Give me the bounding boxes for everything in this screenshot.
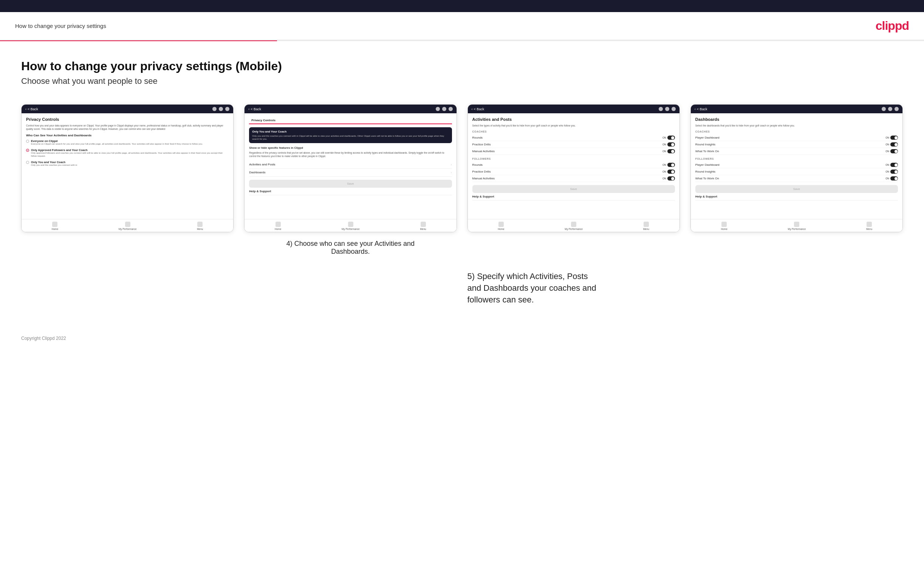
option-coach-only[interactable]: Only You and Your Coach Only you and the… (26, 161, 229, 167)
toggle-playerdash-coaches[interactable]: Player Dashboard ON (695, 134, 898, 141)
profile-icon-4[interactable] (888, 107, 892, 111)
playerdash-label-coaches: Player Dashboard (695, 136, 720, 139)
settings-icon-2[interactable] (449, 107, 453, 111)
feature-desc: Regardless of the privacy controls that … (249, 152, 452, 158)
playerdash-label-followers: Player Dashboard (695, 163, 720, 166)
toggle-8[interactable] (890, 142, 898, 147)
back-button-3[interactable]: ‹ < Back (472, 107, 485, 111)
toggle-switch-pd-c[interactable]: ON (885, 135, 898, 140)
on-label-2: ON (662, 143, 666, 146)
nav-menu-1[interactable]: Menu (197, 222, 203, 230)
search-icon-3[interactable] (659, 107, 663, 111)
toggle-manual-coaches[interactable]: Manual Activities ON (472, 148, 675, 155)
toggle-switch-drills-f[interactable]: ON (662, 169, 675, 174)
save-button-4[interactable]: Save (695, 185, 898, 193)
settings-icon-4[interactable] (895, 107, 899, 111)
nav-home-4[interactable]: Home (721, 222, 727, 230)
back-label-2: < Back (250, 107, 261, 111)
caption-5-area: 5) Specify which Activities, Posts and D… (467, 271, 903, 306)
dashboards-title: Dashboards (695, 117, 898, 122)
search-icon-2[interactable] (436, 107, 440, 111)
profile-icon-1[interactable] (219, 107, 223, 111)
toggle-manual-followers[interactable]: Manual Activities ON (472, 175, 675, 182)
toggle-6[interactable] (667, 176, 675, 181)
radio-everyone[interactable] (26, 140, 29, 143)
toggle-3[interactable] (667, 149, 675, 153)
nav-menu-3[interactable]: Menu (643, 222, 649, 230)
nav-perf-2[interactable]: My Performance (342, 222, 360, 230)
on-label-6: ON (662, 177, 666, 180)
back-button-1[interactable]: ‹ < Back (25, 107, 38, 111)
toggle-switch-ri-f[interactable]: ON (885, 169, 898, 174)
nav-home-2[interactable]: Home (275, 222, 281, 230)
dashboards-desc: Select the dashboards that you'd like to… (695, 124, 898, 127)
toggle-switch-ri-c[interactable]: ON (885, 142, 898, 147)
back-button-4[interactable]: ‹ < Back (695, 107, 708, 111)
toggle-drills-coaches[interactable]: Practice Drills ON (472, 141, 675, 148)
toggle-roundinsights-coaches[interactable]: Round Insights ON (695, 141, 898, 148)
nav-dashboards[interactable]: Dashboards › (249, 169, 452, 177)
toggle-7[interactable] (890, 135, 898, 140)
toggle-switch-drills-c[interactable]: ON (662, 142, 675, 147)
profile-icon-3[interactable] (665, 107, 669, 111)
toggle-switch-rounds-f[interactable]: ON (662, 163, 675, 167)
settings-icon-3[interactable] (672, 107, 676, 111)
toggle-playerdash-followers[interactable]: Player Dashboard ON (695, 162, 898, 168)
toggle-11[interactable] (890, 169, 898, 174)
phone-mock-1: ‹ < Back Privacy Controls Control how yo… (21, 104, 234, 232)
nav-menu-2[interactable]: Menu (420, 222, 426, 230)
help-row-4[interactable]: Help & Support (695, 193, 898, 200)
toggle-9[interactable] (890, 149, 898, 153)
nav-activities-posts[interactable]: Activities and Posts › (249, 161, 452, 169)
copyright: Copyright Clippd 2022 (21, 336, 66, 341)
toggle-4[interactable] (667, 163, 675, 167)
toggle-switch-manual-f[interactable]: ON (662, 176, 675, 181)
perf-label-3: My Performance (565, 228, 583, 230)
tab-privacy-controls[interactable]: Privacy Controls (249, 117, 278, 124)
toggle-switch-wtwo-f[interactable]: ON (885, 176, 898, 181)
toggle-switch-manual-c[interactable]: ON (662, 149, 675, 153)
phone-body-4: Dashboards Select the dashboards that yo… (691, 113, 903, 219)
toggle-wtwo-followers[interactable]: What To Work On ON (695, 175, 898, 182)
home-label-1: Home (52, 228, 58, 230)
toggle-switch-rounds-c[interactable]: ON (662, 135, 675, 140)
help-row-2[interactable]: Help & Support (249, 188, 452, 195)
toggle-drills-followers[interactable]: Practice Drills ON (472, 168, 675, 175)
nav-home-3[interactable]: Home (498, 222, 504, 230)
toggle-10[interactable] (890, 163, 898, 167)
option-everyone[interactable]: Everyone on Clippd Everyone on Clippd ca… (26, 139, 229, 146)
toggle-rounds-coaches[interactable]: Rounds ON (472, 134, 675, 141)
back-button-2[interactable]: ‹ < Back (248, 107, 261, 111)
profile-icon-2[interactable] (442, 107, 446, 111)
toggle-switch-wtwo-c[interactable]: ON (885, 149, 898, 153)
toggle-5[interactable] (667, 169, 675, 174)
home-icon-4 (721, 222, 727, 227)
screenshots-row: ‹ < Back Privacy Controls Control how yo… (21, 104, 903, 256)
menu-icon-3 (644, 222, 649, 227)
settings-icon-1[interactable] (225, 107, 229, 111)
nav-perf-3[interactable]: My Performance (565, 222, 583, 230)
toggle-switch-pd-f[interactable]: ON (885, 163, 898, 167)
option-everyone-desc: Everyone on Clippd can search for you an… (31, 143, 203, 146)
option-approved[interactable]: Only Approved Followers and Your Coach O… (26, 148, 229, 158)
phone-body-2: Privacy Controls Only You and Your Coach… (244, 113, 456, 219)
toggle-roundinsights-followers[interactable]: Round Insights ON (695, 168, 898, 175)
radio-approved[interactable] (26, 149, 29, 152)
nav-perf-1[interactable]: My Performance (119, 222, 137, 230)
toggle-2[interactable] (667, 142, 675, 147)
toggle-1[interactable] (667, 135, 675, 140)
toggle-rounds-followers[interactable]: Rounds ON (472, 162, 675, 168)
search-icon-4[interactable] (882, 107, 886, 111)
help-row-3[interactable]: Help & Support (472, 193, 675, 200)
phone-topbar-2: ‹ < Back (244, 105, 456, 113)
save-button-2[interactable]: Save (249, 180, 452, 188)
toggle-wtwo-coaches[interactable]: What To Work On ON (695, 148, 898, 155)
page-subheading: Choose what you want people to see (21, 76, 903, 86)
radio-coach-only[interactable] (26, 161, 29, 164)
save-button-3[interactable]: Save (472, 185, 675, 193)
nav-menu-4[interactable]: Menu (866, 222, 872, 230)
nav-home-1[interactable]: Home (52, 222, 58, 230)
toggle-12[interactable] (890, 176, 898, 181)
nav-perf-4[interactable]: My Performance (788, 222, 806, 230)
search-icon-1[interactable] (212, 107, 216, 111)
